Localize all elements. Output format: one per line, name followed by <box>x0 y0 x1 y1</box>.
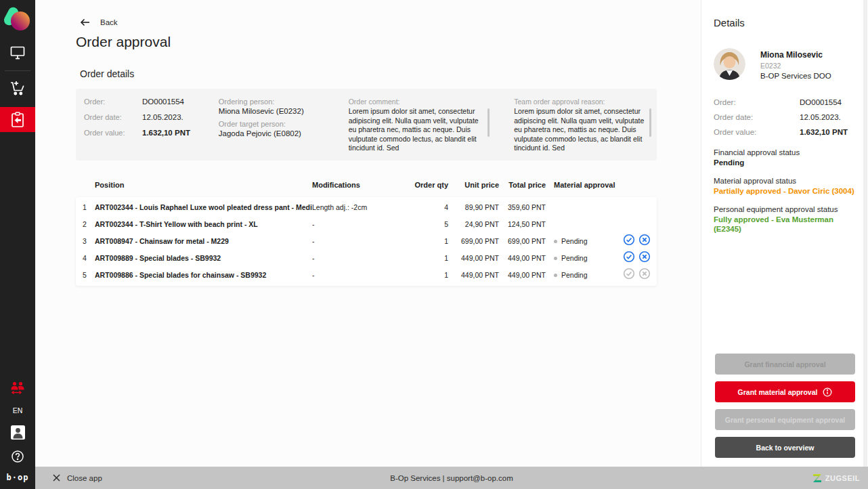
reject-item-icon[interactable] <box>638 234 651 249</box>
approve-item-icon[interactable] <box>623 251 635 265</box>
row-position: ART002344 - T-Shirt Yellow with beach pr… <box>95 220 312 228</box>
sidebar-item-help[interactable] <box>0 446 35 469</box>
status-value: Pending <box>714 158 856 167</box>
grant-material-approval-button[interactable]: Grant material approval <box>715 381 855 402</box>
order-details-card: Order:DO0001554 Order date:12.05.2023. O… <box>76 89 657 161</box>
table-row: 4 ART009889 - Special blades - SB9932 - … <box>76 250 657 267</box>
row-total-price: 699,00 PNT <box>499 237 546 245</box>
row-modifications: - <box>312 271 407 279</box>
row-unit-price: 449,00 PNT <box>448 254 499 262</box>
row-qty: 1 <box>407 237 448 245</box>
close-app-button[interactable]: Close app <box>53 474 102 482</box>
order-date: 12.05.2023. <box>800 113 841 121</box>
equipment-approval-status: Personal equipment approval status Fully… <box>714 205 856 234</box>
support-text: B-Op Services | support@b-op.com <box>35 474 868 482</box>
approval-buttons: Grant financial approval Grant material … <box>715 354 855 458</box>
grant-financial-approval-button: Grant financial approval <box>715 354 855 375</box>
profile-icon <box>10 425 26 440</box>
ordering-person: Miona Milosevic (E0232) <box>219 107 349 115</box>
status-label: Material approval status <box>714 177 856 185</box>
zugseil-label: ZUGSEIL <box>825 474 860 482</box>
details-panel-title: Details <box>714 17 868 28</box>
row-modifications: - <box>312 220 407 228</box>
table-body: 1 ART002344 - Louis Raphael Luxe wool pl… <box>76 197 657 286</box>
row-qty: 4 <box>407 203 448 211</box>
order-total: 1.632,10 PNT <box>800 128 848 136</box>
material-approval-status: Material approval status Partially appro… <box>714 177 856 196</box>
page-title: Order approval <box>76 34 701 50</box>
sidebar-item-order-approval[interactable] <box>0 107 35 132</box>
back-to-overview-button[interactable]: Back to overview <box>715 437 855 458</box>
col-order-qty: Order qty <box>407 181 448 189</box>
order-date-label: Order date: <box>714 113 800 121</box>
order-number: DO0001554 <box>800 98 842 106</box>
panel-order-info: Order:DO0001554 Order date:12.05.2023. O… <box>714 98 868 136</box>
order-comment-text: Lorem ipsum dolor sit amet, consectetur … <box>349 107 481 153</box>
zugseil-brand: ZUGSEIL <box>812 473 860 483</box>
app-sidebar: EN b·op <box>0 0 35 489</box>
order-date-label: Order date: <box>84 113 142 121</box>
col-position: Position <box>95 181 312 189</box>
sidebar-item-shop[interactable] <box>0 75 35 102</box>
approve-item-icon-disabled <box>623 268 635 282</box>
row-qty: 1 <box>407 271 448 279</box>
sidebar-item-dashboard[interactable] <box>0 39 35 66</box>
sidebar-item-switch-company[interactable] <box>0 374 35 401</box>
row-unit-price: 699,00 PNT <box>448 237 499 245</box>
target-person: Jagoda Pejovic (E0802) <box>219 129 349 137</box>
status-value: Fully approved - Eva Musterman (E2345) <box>714 215 856 234</box>
back-button[interactable]: Back <box>80 18 701 26</box>
approval-reason-label: Team order approval reason: <box>514 98 657 106</box>
order-comment-label: Order comment: <box>349 98 508 106</box>
approval-reason-box[interactable]: Team order approval reason: Lorem ipsum … <box>514 98 657 153</box>
order-date: 12.05.2023. <box>142 113 183 121</box>
status-dot <box>554 257 557 260</box>
status-value: Partially approved - Davor Ciric (3004) <box>714 186 856 196</box>
monitor-icon <box>9 45 26 60</box>
person-company: B-OP Services DOO <box>760 72 831 80</box>
button-label: Grant material approval <box>738 388 818 396</box>
row-qty: 1 <box>407 254 448 262</box>
row-position: ART008947 - Chainsaw for metal - M229 <box>95 237 312 245</box>
close-icon <box>53 474 60 482</box>
target-person-label: Order target person: <box>219 120 349 128</box>
col-modifications: Modifications <box>312 181 407 189</box>
status-dot <box>554 274 557 277</box>
order-details-heading: Order details <box>80 68 701 79</box>
language-selector[interactable]: EN <box>13 406 23 414</box>
reject-item-icon[interactable] <box>638 251 651 265</box>
row-modifications: - <box>312 254 407 262</box>
row-total-price: 124,50 PNT <box>499 220 546 228</box>
logo-orb-shape <box>11 12 30 30</box>
panel-scrollbar[interactable] <box>863 0 867 467</box>
approve-item-icon[interactable] <box>623 234 635 249</box>
ordering-person-label: Ordering person: <box>219 98 349 106</box>
row-status: Pending <box>561 254 588 262</box>
order-total: 1.632,10 PNT <box>142 129 190 137</box>
table-row: 3 ART008947 - Chainsaw for metal - M229 … <box>76 233 657 250</box>
table-header: Position Modifications Order qty Unit pr… <box>76 175 657 194</box>
button-label: Back to overview <box>756 444 815 452</box>
order-label: Order: <box>84 98 142 106</box>
info-icon <box>823 387 832 397</box>
person-card: Miona Milosevic E0232 B-OP Services DOO <box>714 48 868 80</box>
app-logo[interactable] <box>5 5 30 33</box>
order-approval-icon <box>9 111 26 129</box>
row-number: 1 <box>76 203 95 211</box>
reason-scrollbar[interactable] <box>649 108 651 137</box>
row-number: 3 <box>76 237 95 245</box>
comment-scrollbar[interactable] <box>487 108 490 137</box>
row-total-price: 359,60 PNT <box>499 203 546 211</box>
bop-logo: b·op <box>7 473 29 482</box>
grant-equipment-approval-button: Grant personal equipment approval <box>715 409 855 430</box>
cart-add-icon <box>9 80 26 98</box>
row-qty: 5 <box>407 220 448 228</box>
order-comment-box[interactable]: Order comment: Lorem ipsum dolor sit ame… <box>349 98 508 153</box>
help-icon <box>10 450 25 465</box>
row-unit-price: 449,00 PNT <box>448 271 499 279</box>
sidebar-divider <box>5 70 30 71</box>
col-material-approval: Material approval <box>546 181 617 189</box>
financial-approval-status: Financial approval status Pending <box>714 148 856 167</box>
sidebar-item-profile[interactable] <box>0 419 35 446</box>
row-status: Pending <box>561 271 588 279</box>
